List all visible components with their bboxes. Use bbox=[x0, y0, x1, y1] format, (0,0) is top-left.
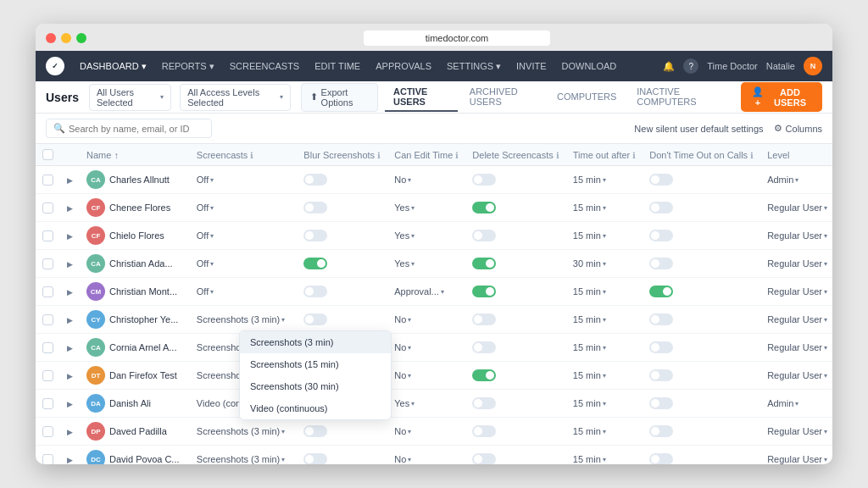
screencasts-dropdown[interactable]: Screenshots (3 min) Screenshots (15 min)… bbox=[239, 330, 392, 420]
dont-timeout-toggle[interactable] bbox=[649, 202, 673, 214]
level-select[interactable]: Regular User ▾ bbox=[767, 230, 827, 241]
timeout-select[interactable]: 15 min ▾ bbox=[573, 342, 637, 352]
row-expander[interactable]: ▶ bbox=[67, 176, 73, 185]
row-checkbox[interactable] bbox=[42, 175, 53, 186]
delete-screencasts-toggle[interactable] bbox=[472, 425, 496, 437]
row-checkbox[interactable] bbox=[42, 398, 53, 409]
nav-edit-time[interactable]: EDIT TIME bbox=[308, 58, 367, 75]
timeout-select[interactable]: 15 min ▾ bbox=[573, 286, 637, 297]
nav-reports[interactable]: REPORTS ▾ bbox=[155, 58, 221, 75]
can-edit-select[interactable]: No ▾ bbox=[394, 454, 459, 464]
can-edit-select[interactable]: No ▾ bbox=[394, 370, 459, 380]
dont-timeout-toggle[interactable] bbox=[649, 313, 673, 325]
row-expander[interactable]: ▶ bbox=[67, 456, 73, 464]
row-checkbox[interactable] bbox=[42, 342, 53, 353]
nav-invite[interactable]: INVITE bbox=[509, 58, 553, 75]
silent-user-settings[interactable]: New silent user default settings bbox=[634, 124, 763, 134]
level-select[interactable]: Regular User ▾ bbox=[767, 286, 827, 297]
help-icon[interactable]: ? bbox=[683, 58, 698, 74]
row-checkbox[interactable] bbox=[42, 314, 53, 325]
edit-info-icon[interactable]: ℹ bbox=[455, 151, 459, 160]
traffic-light-yellow[interactable] bbox=[61, 33, 71, 43]
row-checkbox[interactable] bbox=[42, 454, 53, 465]
nav-approvals[interactable]: APPROVALS bbox=[369, 58, 438, 75]
level-select[interactable]: Regular User ▾ bbox=[767, 370, 827, 380]
dont-timeout-toggle[interactable] bbox=[649, 453, 673, 464]
tab-archived-users[interactable]: ARCHIVED USERS bbox=[461, 83, 545, 112]
can-edit-select[interactable]: Approval... ▾ bbox=[394, 286, 459, 297]
dont-timeout-toggle[interactable] bbox=[649, 397, 673, 409]
level-select[interactable]: Regular User ▾ bbox=[767, 342, 827, 352]
delete-screencasts-toggle[interactable] bbox=[472, 202, 496, 214]
tab-computers[interactable]: COMPUTERS bbox=[548, 88, 625, 107]
access-levels-filter[interactable]: All Access Levels Selected ▾ bbox=[180, 84, 290, 111]
row-expander[interactable]: ▶ bbox=[67, 400, 73, 408]
add-users-button[interactable]: 👤+ ADD USERS bbox=[741, 82, 822, 112]
dont-timeout-toggle[interactable] bbox=[649, 174, 673, 186]
dont-timeout-toggle[interactable] bbox=[649, 369, 673, 381]
nav-download[interactable]: DOWNLOAD bbox=[555, 58, 624, 75]
columns-button[interactable]: ⚙ Columns bbox=[774, 123, 822, 134]
search-box[interactable]: 🔍 bbox=[46, 119, 212, 138]
traffic-light-green[interactable] bbox=[76, 33, 86, 43]
can-edit-select[interactable]: Yes ▾ bbox=[394, 398, 459, 408]
timeout-select[interactable]: 15 min ▾ bbox=[573, 398, 637, 408]
bell-icon[interactable]: 🔔 bbox=[663, 61, 675, 72]
timeout-select[interactable]: 15 min ▾ bbox=[573, 230, 637, 241]
delete-screencasts-toggle[interactable] bbox=[472, 453, 496, 464]
level-select[interactable]: Admin ▾ bbox=[767, 175, 827, 185]
delete-screencasts-toggle[interactable] bbox=[472, 369, 496, 381]
level-select[interactable]: Regular User ▾ bbox=[767, 258, 827, 269]
col-name[interactable]: Name ↑ bbox=[80, 144, 190, 166]
row-checkbox[interactable] bbox=[42, 286, 53, 297]
tab-inactive-computers[interactable]: INACTIVE COMPUTERS bbox=[628, 83, 730, 112]
can-edit-select[interactable]: No ▾ bbox=[394, 314, 459, 324]
export-button[interactable]: ⬆ Export Options bbox=[301, 83, 378, 112]
row-checkbox[interactable] bbox=[42, 426, 53, 437]
row-checkbox[interactable] bbox=[42, 370, 53, 381]
delete-screencasts-toggle[interactable] bbox=[472, 341, 496, 353]
dropdown-item-15min[interactable]: Screenshots (15 min) bbox=[240, 353, 391, 375]
row-checkbox[interactable] bbox=[42, 258, 53, 269]
timeout-select[interactable]: 15 min ▾ bbox=[573, 426, 637, 436]
level-select[interactable]: Regular User ▾ bbox=[767, 454, 827, 464]
row-expander[interactable]: ▶ bbox=[67, 204, 73, 213]
nav-screencasts[interactable]: SCREENCASTS bbox=[223, 58, 307, 75]
all-users-filter[interactable]: All Users Selected ▾ bbox=[89, 84, 171, 111]
timeout-select[interactable]: 15 min ▾ bbox=[573, 370, 637, 380]
row-expander[interactable]: ▶ bbox=[67, 288, 73, 297]
level-select[interactable]: Regular User ▾ bbox=[767, 202, 827, 213]
row-expander[interactable]: ▶ bbox=[67, 260, 73, 269]
address-bar[interactable] bbox=[364, 30, 550, 46]
delete-info-icon[interactable]: ℹ bbox=[556, 151, 559, 160]
row-checkbox[interactable] bbox=[42, 230, 53, 241]
dont-timeout-toggle[interactable] bbox=[649, 230, 673, 241]
dropdown-item-30min[interactable]: Screenshots (30 min) bbox=[240, 375, 391, 397]
blur-toggle[interactable] bbox=[303, 230, 327, 241]
delete-screencasts-toggle[interactable] bbox=[472, 397, 496, 409]
can-edit-select[interactable]: Yes ▾ bbox=[394, 202, 459, 213]
timeout-info-icon[interactable]: ℹ bbox=[632, 151, 636, 160]
screencasts-select[interactable]: Off ▾ bbox=[197, 202, 291, 213]
delete-screencasts-toggle[interactable] bbox=[472, 230, 496, 241]
delete-screencasts-toggle[interactable] bbox=[472, 174, 496, 186]
screencasts-select[interactable]: Off ▾ bbox=[197, 286, 291, 297]
blur-toggle[interactable] bbox=[303, 313, 327, 325]
level-select[interactable]: Regular User ▾ bbox=[767, 314, 827, 324]
dropdown-item-3min[interactable]: Screenshots (3 min) bbox=[240, 331, 391, 353]
screencasts-select[interactable]: Screenshots (3 min) ▾ bbox=[197, 314, 291, 324]
can-edit-select[interactable]: No ▾ bbox=[394, 426, 459, 436]
blur-info-icon[interactable]: ℹ bbox=[377, 151, 381, 160]
dont-timeout-toggle[interactable] bbox=[649, 341, 673, 353]
timeout-select[interactable]: 15 min ▾ bbox=[573, 314, 637, 324]
screencasts-select[interactable]: Off ▾ bbox=[197, 258, 291, 269]
can-edit-select[interactable]: No ▾ bbox=[394, 342, 459, 352]
dont-timeout-toggle[interactable] bbox=[649, 286, 673, 297]
row-expander[interactable]: ▶ bbox=[67, 372, 73, 380]
dont-timeout-info-icon[interactable]: ℹ bbox=[750, 151, 754, 160]
delete-screencasts-toggle[interactable] bbox=[472, 258, 496, 269]
delete-screencasts-toggle[interactable] bbox=[472, 313, 496, 325]
blur-toggle[interactable] bbox=[303, 202, 327, 214]
nav-avatar[interactable]: N bbox=[804, 57, 822, 75]
blur-toggle[interactable] bbox=[303, 258, 327, 269]
